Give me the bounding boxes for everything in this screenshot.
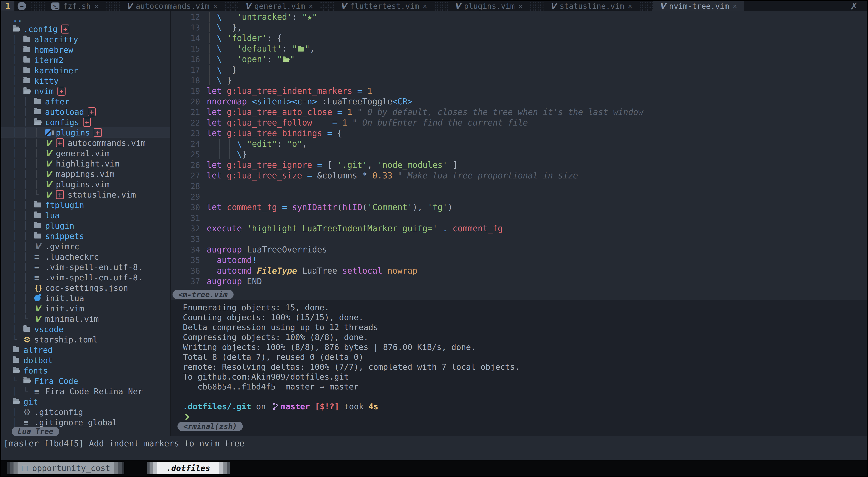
vim-icon: V: [45, 159, 56, 168]
tree-item-alfred[interactable]: alfred: [1, 345, 170, 355]
tree-item-ftplugin[interactable]: ││ftplugin: [1, 200, 170, 210]
code-line: 36 autocmd FileType LuaTree setlocal now…: [171, 266, 867, 276]
token: "o": [287, 139, 302, 149]
tree-item-after[interactable]: ││after: [1, 96, 170, 107]
tree-item-statusline.vim[interactable]: ││└V+statusline.vim: [1, 190, 170, 200]
tree-item-plugin[interactable]: ││plugin: [1, 220, 170, 231]
token: [438, 224, 442, 233]
tree-item-vscode[interactable]: │vscode: [1, 324, 170, 334]
token: nowrap: [388, 266, 417, 276]
line-number: 29: [171, 192, 200, 201]
token: }: [222, 65, 237, 75]
code-text: autocmd FileType LuaTree setlocal nowrap: [200, 266, 417, 276]
close-all-icon[interactable]: ✗: [850, 1, 858, 11]
tree-item-.gvimrc[interactable]: ││V.gvimrc: [1, 241, 170, 251]
tree-item-.config[interactable]: .config+: [1, 24, 170, 34]
terminal-output-line: cb68b54..f1bd4f5 master → master: [183, 382, 867, 392]
tree-item-.gitignore-global[interactable]: │≡.gitignore_global: [1, 417, 170, 428]
tree-item-label: Fira Code Retina Ner: [45, 387, 143, 396]
tree-item-general.vim[interactable]: │││Vgeneral.vim: [1, 148, 170, 159]
git-new-badge: +: [56, 138, 64, 147]
tree-item-coc-settings.json[interactable]: ││{}coc-settings.json: [1, 283, 170, 293]
tab-general.vim[interactable]: Vgeneral.vim×: [238, 1, 320, 11]
editor-pane[interactable]: 12│ \ 'untracked': "★"13│ \ },14│ \ 'fol…: [170, 11, 867, 300]
tab-close-icon[interactable]: ×: [733, 2, 737, 10]
tree-item-Fira-Code[interactable]: └Fira Code: [1, 376, 170, 386]
tmux-window-indicators: 12: [1, 1, 14, 11]
token: \: [217, 23, 222, 32]
tree-item-.luacheckrc[interactable]: ││≡.luacheckrc: [1, 251, 170, 262]
tree-item-starship.toml[interactable]: └⚙starship.toml: [1, 334, 170, 345]
tmux-window-label: opportunity_cost: [32, 464, 111, 473]
tree-item-.vim-spell-en.utf-8.[interactable]: ││≡.vim-spell-en.utf-8.: [1, 272, 170, 283]
tree-item-.vim-spell-en.utf-8.[interactable]: ││≡.vim-spell-en.utf-8.: [1, 262, 170, 272]
tree-item-git[interactable]: git: [1, 397, 170, 407]
tab-plugins.vim[interactable]: Vplugins.vim×: [448, 1, 530, 11]
back-arrow-icon[interactable]: ←: [18, 2, 26, 10]
token: \: [217, 55, 222, 64]
tree-item-Fira-Code-Retina-Ner[interactable]: │└≡Fira Code Retina Ner: [1, 386, 170, 397]
tab-close-icon[interactable]: ×: [423, 2, 427, 10]
tmux-window-opportunity-cost[interactable]: □opportunity_cost: [7, 462, 124, 474]
tree-indent-guide: │: [12, 273, 24, 282]
token: g:lua_tree_ignore: [227, 160, 312, 170]
token: 'untracked': [237, 12, 292, 22]
tab-statusline.vim[interactable]: Vstatusline.vim×: [544, 1, 639, 11]
tree-item-alacritty[interactable]: │alacritty: [1, 34, 170, 44]
tree-indent-guide: │: [34, 159, 45, 168]
tree-item-..[interactable]: ..: [1, 13, 170, 24]
tab-fluttertest.vim[interactable]: Vfluttertest.vim×: [334, 1, 434, 11]
token: ),: [412, 203, 428, 212]
tab-close-icon[interactable]: ×: [628, 2, 632, 10]
token: [222, 129, 227, 138]
token: :: [267, 55, 277, 64]
tmux-window-.dotfiles[interactable]: .dotfiles: [147, 462, 230, 474]
tree-item-highlight.vim[interactable]: │││Vhighlight.vim: [1, 159, 170, 169]
tree-indent-guide: │: [12, 128, 24, 137]
token: [212, 23, 217, 32]
code-line: 15│ \ 'default': "",: [171, 43, 867, 54]
tab-nvim-tree.vim[interactable]: Vnvim-tree.vim×: [653, 1, 744, 11]
code-line: 35 autocmd!: [171, 255, 867, 266]
tree-item-init.lua[interactable]: ││init.lua: [1, 293, 170, 303]
tree-item-configs[interactable]: ││configs+: [1, 117, 170, 127]
tree-item-kitty[interactable]: │kitty: [1, 76, 170, 86]
tree-item-homebrew[interactable]: │homebrew: [1, 44, 170, 55]
tmux-window-indicator-1[interactable]: 1: [1, 1, 14, 10]
tree-item-plugins.vim[interactable]: │││Vplugins.vim: [1, 179, 170, 190]
tab-autocommands.vim[interactable]: Vautocommands.vim×: [120, 1, 224, 11]
line-number: 17: [171, 66, 200, 74]
tree-item-mappings.vim[interactable]: │││Vmappings.vim: [1, 169, 170, 179]
tree-item-autocommands.vim[interactable]: │││V+autocommands.vim: [1, 138, 170, 148]
tree-item-init.vim[interactable]: ││Vinit.vim: [1, 303, 170, 314]
tree-item-fonts[interactable]: fonts: [1, 365, 170, 376]
token: [222, 44, 237, 54]
tab-fzf.sh[interactable]: >_fzf.sh×: [44, 1, 105, 11]
tab-close-icon[interactable]: ×: [213, 2, 218, 10]
token: g:lua_tree_auto_close: [227, 107, 332, 117]
tree-item-.gitconfig[interactable]: │⚙.gitconfig: [1, 407, 170, 417]
token: " Make lua tree proportional in size: [398, 171, 578, 180]
file-tree-panel[interactable]: ...config+│alacritty│homebrew│iterm2│kar…: [1, 11, 170, 436]
tree-item-lua[interactable]: ││lua: [1, 210, 170, 220]
tab-close-icon[interactable]: ×: [309, 2, 313, 10]
folder-open-icon: [34, 120, 45, 125]
tree-item-iterm2[interactable]: │iterm2: [1, 55, 170, 65]
tree-item-dotbot[interactable]: dotbot: [1, 355, 170, 365]
token: augroup: [207, 245, 242, 254]
tree-indent-guide: │: [24, 242, 34, 251]
tree-item-karabiner[interactable]: │karabiner: [1, 65, 170, 76]
folder-icon: [12, 358, 24, 363]
terminal-pane[interactable]: Enumerating objects: 15, done.Counting o…: [170, 300, 867, 436]
tree-indent-guide: │: [12, 408, 24, 416]
tree-indent-guide: └: [24, 314, 34, 323]
tab-close-icon[interactable]: ×: [518, 2, 523, 10]
tree-item-snippets[interactable]: ││snippets: [1, 231, 170, 241]
tree-item-minimal.vim[interactable]: │└Vminimal.vim: [1, 314, 170, 324]
code-text: let g:lua_tree_auto_close = 1 " 0 by def…: [200, 107, 643, 117]
tree-item-autoload[interactable]: ││autoload+: [1, 107, 170, 117]
tree-item-plugins[interactable]: │││plugins+: [1, 127, 170, 138]
tree-item-nvim[interactable]: │nvim+: [1, 86, 170, 96]
tab-close-icon[interactable]: ×: [94, 2, 99, 10]
token: FileType: [257, 266, 297, 276]
